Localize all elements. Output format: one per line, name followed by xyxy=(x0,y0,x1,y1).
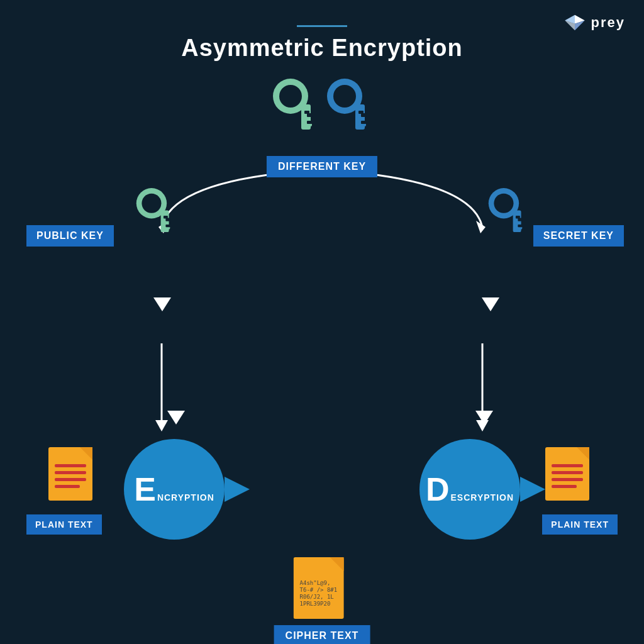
svg-rect-43 xyxy=(55,478,86,481)
svg-rect-42 xyxy=(55,471,86,474)
svg-point-19 xyxy=(333,85,356,108)
secret-key-label: SECRET KEY xyxy=(533,225,624,247)
svg-point-26 xyxy=(142,194,161,213)
svg-rect-24 xyxy=(358,111,364,114)
cipher-text-label: CIPHER TEXT xyxy=(274,625,370,644)
svg-text:1PRL39P20: 1PRL39P20 xyxy=(300,601,331,607)
arrow-left-down xyxy=(153,297,171,311)
blue-key-large xyxy=(321,74,377,143)
svg-point-12 xyxy=(279,85,302,108)
plain-text-doc-left xyxy=(48,442,99,502)
right-secret-key xyxy=(482,184,533,247)
plain-text-left-label: PLAIN TEXT xyxy=(26,514,102,535)
plain-text-doc-right xyxy=(545,442,596,502)
arrow-enc-down xyxy=(167,411,185,425)
public-key-label: PUBLIC KEY xyxy=(26,225,114,247)
svg-rect-41 xyxy=(55,464,86,467)
svg-rect-17 xyxy=(304,111,309,114)
title-underline xyxy=(297,25,347,27)
svg-rect-50 xyxy=(552,485,577,488)
arrow-dec-down xyxy=(475,411,493,425)
svg-rect-16 xyxy=(307,121,313,124)
svg-rect-37 xyxy=(518,225,523,227)
svg-point-33 xyxy=(494,194,513,213)
svg-rect-47 xyxy=(552,464,583,467)
left-public-key xyxy=(130,184,180,247)
svg-rect-38 xyxy=(516,216,520,218)
dec-letter: D xyxy=(426,470,450,508)
encryption-circle: E NCRYPTION xyxy=(124,439,225,540)
svg-rect-23 xyxy=(361,121,367,124)
cipher-content: A4sh"L@9, xyxy=(300,580,331,586)
cipher-doc-icon: A4sh"L@9, T6-# /> 8#1 R06/J2, 1L 1PRL39P… xyxy=(294,552,350,620)
main-container: prey Asymmetric Encryption xyxy=(0,0,644,644)
arrow-right-down xyxy=(482,297,499,311)
prey-icon xyxy=(564,14,586,31)
enc-letter: E xyxy=(134,470,156,508)
svg-text:R06/J2, 1L: R06/J2, 1L xyxy=(300,594,334,600)
diagram: DIFFERENT KEY xyxy=(8,68,636,644)
top-keys xyxy=(267,74,377,143)
prey-logo: prey xyxy=(564,14,625,31)
svg-rect-49 xyxy=(552,478,583,481)
header: Asymmetric Encryption xyxy=(181,0,463,62)
enc-text: NCRYPTION xyxy=(157,492,214,502)
page-title: Asymmetric Encryption xyxy=(181,35,463,62)
svg-rect-44 xyxy=(55,485,80,488)
svg-rect-31 xyxy=(164,216,168,218)
cipher-doc: A4sh"L@9, T6-# /> 8#1 R06/J2, 1L 1PRL39P… xyxy=(274,552,370,644)
different-key-label: DIFFERENT KEY xyxy=(267,156,377,177)
svg-rect-48 xyxy=(552,471,583,474)
svg-text:T6-# /> 8#1: T6-# /> 8#1 xyxy=(300,587,338,593)
prey-logo-text: prey xyxy=(591,14,625,31)
svg-marker-8 xyxy=(155,420,168,431)
svg-rect-30 xyxy=(165,225,170,227)
plain-text-right-label: PLAIN TEXT xyxy=(542,514,618,535)
dec-text: ESCRYPTION xyxy=(451,492,514,502)
green-key-large xyxy=(267,74,323,143)
decryption-circle: D ESCRYPTION xyxy=(419,439,520,540)
